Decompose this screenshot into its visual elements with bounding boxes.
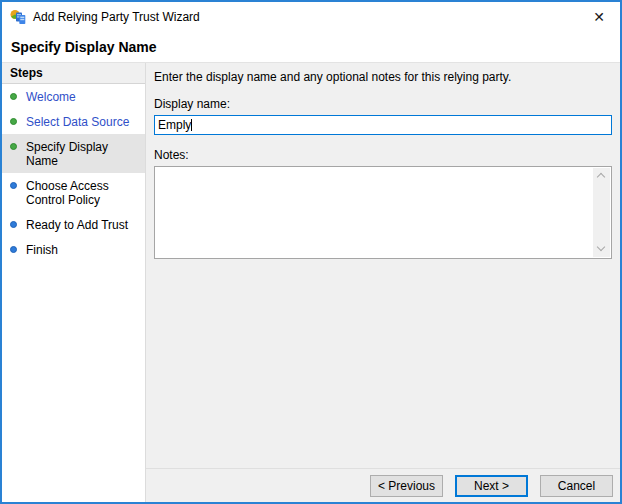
button-bar: < Previous Next > Cancel xyxy=(146,468,620,502)
content-area: Enter the display name and any optional … xyxy=(146,63,620,468)
step-ready-to-add-trust[interactable]: Ready to Add Trust xyxy=(2,212,145,237)
main-panel: Enter the display name and any optional … xyxy=(146,63,620,502)
notes-textarea[interactable] xyxy=(154,166,612,259)
step-finish[interactable]: Finish xyxy=(2,237,145,262)
step-upcoming-bullet-icon xyxy=(10,221,17,228)
notes-scrollbar[interactable] xyxy=(593,168,610,257)
steps-header: Steps xyxy=(2,63,145,84)
step-upcoming-bullet-icon xyxy=(10,246,17,253)
next-button[interactable]: Next > xyxy=(455,475,528,497)
wizard-body: Steps Welcome Select Data Source Specify… xyxy=(2,62,620,502)
page-title: Specify Display Name xyxy=(2,32,620,62)
display-name-label: Display name: xyxy=(154,97,612,111)
step-select-data-source[interactable]: Select Data Source xyxy=(2,109,145,134)
notes-label: Notes: xyxy=(154,148,612,162)
chevron-up-icon[interactable] xyxy=(593,168,610,185)
wizard-window: Add Relying Party Trust Wizard ✕ Specify… xyxy=(0,0,622,504)
chevron-down-icon[interactable] xyxy=(593,240,610,257)
step-upcoming-bullet-icon xyxy=(10,182,17,189)
step-completed-bullet-icon xyxy=(10,93,17,100)
step-welcome[interactable]: Welcome xyxy=(2,84,145,109)
adfs-wizard-icon xyxy=(10,9,26,25)
cancel-button[interactable]: Cancel xyxy=(540,475,613,497)
display-name-value: Emply xyxy=(158,118,191,132)
steps-sidebar: Steps Welcome Select Data Source Specify… xyxy=(2,63,146,502)
step-completed-bullet-icon xyxy=(10,118,17,125)
window-title: Add Relying Party Trust Wizard xyxy=(33,10,200,24)
step-specify-display-name[interactable]: Specify Display Name xyxy=(2,134,145,173)
instruction-text: Enter the display name and any optional … xyxy=(154,70,612,84)
text-caret xyxy=(191,119,192,131)
step-current-bullet-icon xyxy=(10,143,17,150)
title-bar: Add Relying Party Trust Wizard ✕ xyxy=(2,2,620,32)
previous-button[interactable]: < Previous xyxy=(370,475,443,497)
step-choose-access-control-policy[interactable]: Choose Access Control Policy xyxy=(2,173,145,212)
close-icon[interactable]: ✕ xyxy=(587,6,611,28)
display-name-input[interactable]: Emply xyxy=(154,115,612,135)
